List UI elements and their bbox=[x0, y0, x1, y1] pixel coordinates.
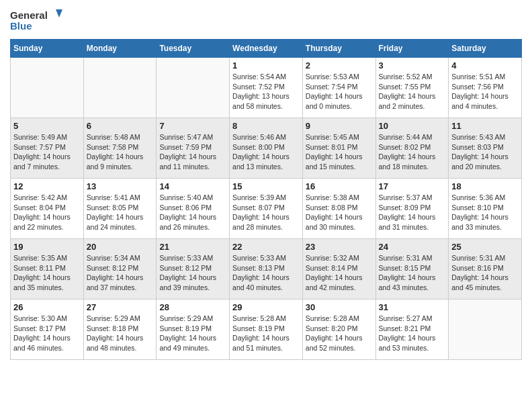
weekday-header-saturday: Saturday bbox=[449, 40, 522, 58]
day-number: 16 bbox=[306, 181, 373, 191]
day-number: 26 bbox=[13, 302, 81, 312]
weekday-header-thursday: Thursday bbox=[302, 40, 375, 58]
calendar-table: SundayMondayTuesdayWednesdayThursdayFrid… bbox=[10, 39, 522, 360]
week-row-5: 26Sunrise: 5:30 AM Sunset: 8:17 PM Dayli… bbox=[11, 300, 522, 360]
day-number: 18 bbox=[451, 181, 519, 191]
calendar-cell: 24Sunrise: 5:31 AM Sunset: 8:15 PM Dayli… bbox=[375, 239, 449, 300]
week-row-3: 12Sunrise: 5:42 AM Sunset: 8:04 PM Dayli… bbox=[11, 179, 522, 239]
calendar-cell: 16Sunrise: 5:38 AM Sunset: 8:08 PM Dayli… bbox=[302, 179, 375, 239]
day-info: Sunrise: 5:33 AM Sunset: 8:13 PM Dayligh… bbox=[232, 253, 300, 293]
calendar-cell: 6Sunrise: 5:48 AM Sunset: 7:58 PM Daylig… bbox=[83, 118, 157, 179]
day-number: 3 bbox=[379, 60, 446, 71]
day-info: Sunrise: 5:37 AM Sunset: 8:09 PM Dayligh… bbox=[379, 193, 446, 232]
day-number: 27 bbox=[87, 302, 154, 312]
calendar-cell: 1Sunrise: 5:54 AM Sunset: 7:52 PM Daylig… bbox=[230, 58, 303, 118]
day-number: 12 bbox=[13, 181, 81, 191]
day-number: 9 bbox=[306, 121, 373, 131]
calendar-cell: 8Sunrise: 5:46 AM Sunset: 8:00 PM Daylig… bbox=[230, 118, 303, 179]
calendar-cell: 2Sunrise: 5:53 AM Sunset: 7:54 PM Daylig… bbox=[302, 58, 375, 118]
day-info: Sunrise: 5:39 AM Sunset: 8:07 PM Dayligh… bbox=[232, 193, 300, 232]
day-number: 28 bbox=[159, 302, 226, 312]
calendar-cell: 28Sunrise: 5:29 AM Sunset: 8:19 PM Dayli… bbox=[157, 300, 230, 360]
calendar-cell: 25Sunrise: 5:31 AM Sunset: 8:16 PM Dayli… bbox=[449, 239, 522, 300]
day-number: 19 bbox=[13, 242, 81, 252]
day-info: Sunrise: 5:38 AM Sunset: 8:08 PM Dayligh… bbox=[306, 193, 373, 232]
day-number: 17 bbox=[379, 181, 446, 191]
day-info: Sunrise: 5:51 AM Sunset: 7:56 PM Dayligh… bbox=[451, 72, 519, 111]
day-info: Sunrise: 5:31 AM Sunset: 8:16 PM Dayligh… bbox=[451, 253, 519, 293]
calendar-cell: 30Sunrise: 5:28 AM Sunset: 8:20 PM Dayli… bbox=[302, 300, 375, 360]
week-row-4: 19Sunrise: 5:35 AM Sunset: 8:11 PM Dayli… bbox=[11, 239, 522, 300]
day-number: 10 bbox=[379, 121, 446, 131]
day-number: 20 bbox=[87, 242, 154, 252]
calendar-cell: 12Sunrise: 5:42 AM Sunset: 8:04 PM Dayli… bbox=[11, 179, 84, 239]
calendar-header: SundayMondayTuesdayWednesdayThursdayFrid… bbox=[11, 40, 522, 58]
day-info: Sunrise: 5:31 AM Sunset: 8:15 PM Dayligh… bbox=[379, 253, 446, 293]
weekday-header-friday: Friday bbox=[375, 40, 449, 58]
day-number: 29 bbox=[232, 302, 300, 312]
day-info: Sunrise: 5:45 AM Sunset: 8:01 PM Dayligh… bbox=[306, 132, 373, 172]
weekday-header-row: SundayMondayTuesdayWednesdayThursdayFrid… bbox=[11, 40, 522, 58]
calendar-cell: 13Sunrise: 5:41 AM Sunset: 8:05 PM Dayli… bbox=[83, 179, 157, 239]
calendar-cell: 20Sunrise: 5:34 AM Sunset: 8:12 PM Dayli… bbox=[83, 239, 157, 300]
day-info: Sunrise: 5:43 AM Sunset: 8:03 PM Dayligh… bbox=[451, 132, 519, 172]
weekday-header-monday: Monday bbox=[83, 40, 157, 58]
day-number: 11 bbox=[451, 121, 519, 131]
day-info: Sunrise: 5:33 AM Sunset: 8:12 PM Dayligh… bbox=[159, 253, 226, 293]
day-number: 30 bbox=[306, 302, 373, 312]
day-number: 4 bbox=[451, 60, 519, 71]
week-row-1: 1Sunrise: 5:54 AM Sunset: 7:52 PM Daylig… bbox=[11, 58, 522, 118]
calendar-cell: 15Sunrise: 5:39 AM Sunset: 8:07 PM Dayli… bbox=[230, 179, 303, 239]
calendar-body: 1Sunrise: 5:54 AM Sunset: 7:52 PM Daylig… bbox=[11, 58, 522, 360]
calendar-cell: 21Sunrise: 5:33 AM Sunset: 8:12 PM Dayli… bbox=[157, 239, 230, 300]
day-info: Sunrise: 5:36 AM Sunset: 8:10 PM Dayligh… bbox=[451, 193, 519, 232]
calendar-cell bbox=[157, 58, 230, 118]
day-number: 22 bbox=[232, 242, 300, 252]
day-info: Sunrise: 5:47 AM Sunset: 7:59 PM Dayligh… bbox=[159, 132, 226, 172]
day-info: Sunrise: 5:29 AM Sunset: 8:19 PM Dayligh… bbox=[159, 314, 226, 353]
logo-svg: GeneralBlue bbox=[10, 7, 64, 34]
day-number: 8 bbox=[232, 121, 300, 131]
day-number: 31 bbox=[379, 302, 446, 312]
calendar-cell: 18Sunrise: 5:36 AM Sunset: 8:10 PM Dayli… bbox=[449, 179, 522, 239]
day-info: Sunrise: 5:54 AM Sunset: 7:52 PM Dayligh… bbox=[232, 72, 300, 111]
calendar-cell: 3Sunrise: 5:52 AM Sunset: 7:55 PM Daylig… bbox=[375, 58, 449, 118]
day-number: 21 bbox=[159, 242, 226, 252]
day-number: 5 bbox=[13, 121, 81, 131]
day-info: Sunrise: 5:52 AM Sunset: 7:55 PM Dayligh… bbox=[379, 72, 446, 111]
calendar-cell: 29Sunrise: 5:28 AM Sunset: 8:19 PM Dayli… bbox=[230, 300, 303, 360]
calendar-cell: 23Sunrise: 5:32 AM Sunset: 8:14 PM Dayli… bbox=[302, 239, 375, 300]
day-number: 25 bbox=[451, 242, 519, 252]
day-number: 14 bbox=[159, 181, 226, 191]
day-info: Sunrise: 5:35 AM Sunset: 8:11 PM Dayligh… bbox=[13, 253, 81, 293]
calendar-cell: 4Sunrise: 5:51 AM Sunset: 7:56 PM Daylig… bbox=[449, 58, 522, 118]
weekday-header-sunday: Sunday bbox=[11, 40, 84, 58]
day-info: Sunrise: 5:28 AM Sunset: 8:20 PM Dayligh… bbox=[306, 314, 373, 353]
week-row-2: 5Sunrise: 5:49 AM Sunset: 7:57 PM Daylig… bbox=[11, 118, 522, 179]
day-info: Sunrise: 5:27 AM Sunset: 8:21 PM Dayligh… bbox=[379, 314, 446, 353]
day-info: Sunrise: 5:32 AM Sunset: 8:14 PM Dayligh… bbox=[306, 253, 373, 293]
calendar-cell bbox=[11, 58, 84, 118]
day-number: 7 bbox=[159, 121, 226, 131]
svg-marker-2 bbox=[56, 9, 62, 17]
day-info: Sunrise: 5:42 AM Sunset: 8:04 PM Dayligh… bbox=[13, 193, 81, 232]
weekday-header-tuesday: Tuesday bbox=[157, 40, 230, 58]
svg-text:Blue: Blue bbox=[10, 20, 32, 32]
day-info: Sunrise: 5:46 AM Sunset: 8:00 PM Dayligh… bbox=[232, 132, 300, 172]
calendar-cell: 5Sunrise: 5:49 AM Sunset: 7:57 PM Daylig… bbox=[11, 118, 84, 179]
day-info: Sunrise: 5:49 AM Sunset: 7:57 PM Dayligh… bbox=[13, 132, 81, 172]
day-info: Sunrise: 5:28 AM Sunset: 8:19 PM Dayligh… bbox=[232, 314, 300, 353]
calendar-cell: 14Sunrise: 5:40 AM Sunset: 8:06 PM Dayli… bbox=[157, 179, 230, 239]
day-number: 2 bbox=[306, 60, 373, 71]
day-number: 1 bbox=[232, 60, 300, 71]
calendar-cell: 10Sunrise: 5:44 AM Sunset: 8:02 PM Dayli… bbox=[375, 118, 449, 179]
weekday-header-wednesday: Wednesday bbox=[230, 40, 303, 58]
calendar-cell: 7Sunrise: 5:47 AM Sunset: 7:59 PM Daylig… bbox=[157, 118, 230, 179]
page-header: GeneralBlue bbox=[10, 7, 522, 34]
day-info: Sunrise: 5:48 AM Sunset: 7:58 PM Dayligh… bbox=[87, 132, 154, 172]
logo: GeneralBlue bbox=[10, 7, 64, 34]
calendar-cell: 19Sunrise: 5:35 AM Sunset: 8:11 PM Dayli… bbox=[11, 239, 84, 300]
day-info: Sunrise: 5:29 AM Sunset: 8:18 PM Dayligh… bbox=[87, 314, 154, 353]
day-number: 23 bbox=[306, 242, 373, 252]
day-info: Sunrise: 5:44 AM Sunset: 8:02 PM Dayligh… bbox=[379, 132, 446, 172]
